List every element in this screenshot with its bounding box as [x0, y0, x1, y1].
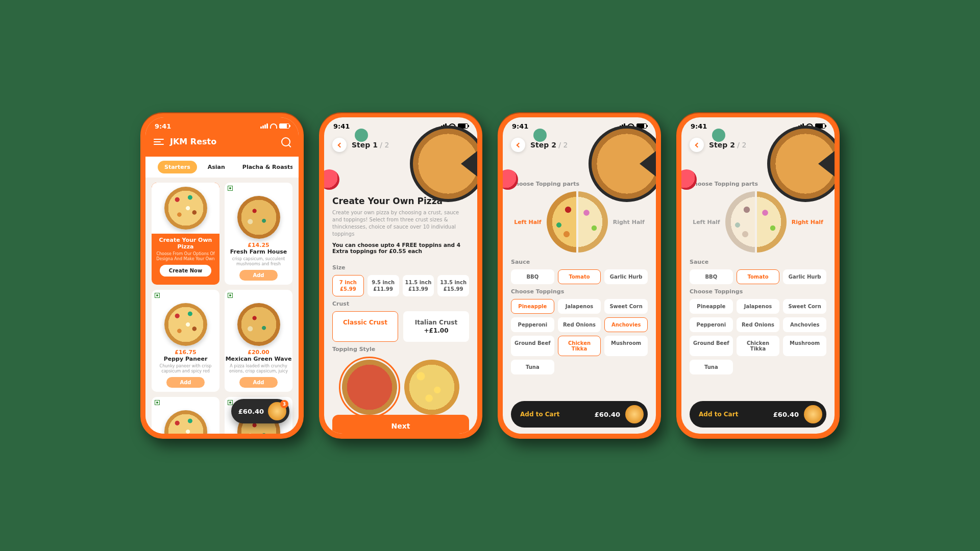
- chevron-left-icon: [695, 142, 700, 147]
- topping-option[interactable]: Tuna: [511, 360, 554, 374]
- add-button[interactable]: Add: [166, 377, 204, 388]
- pizza-icon: [804, 405, 822, 423]
- add-button[interactable]: Add: [239, 270, 277, 281]
- topping-option[interactable]: Pineapple: [690, 299, 733, 314]
- crust-option[interactable]: Classic Crust: [332, 311, 398, 342]
- pizza-icon: [625, 405, 644, 423]
- sauce-option[interactable]: BBQ: [511, 269, 554, 284]
- step-indicator: Step 2 / 2: [709, 141, 746, 149]
- phone-step1: 9:41 Step 1 / 2 Create Your Own Pizza Cr…: [319, 112, 482, 439]
- status-bar: 9:41: [145, 117, 299, 135]
- decor: [533, 129, 547, 142]
- topping-option[interactable]: Sweet Corn: [783, 299, 826, 314]
- menu-item[interactable]: £14.25 Fresh Farm House crisp capsicum, …: [225, 183, 292, 285]
- topping-option[interactable]: Jalapenos: [737, 299, 780, 314]
- phone-menu: 9:41 JKM Resto Starters Asian Placha & R…: [140, 112, 304, 439]
- pizza-icon: 3: [268, 402, 286, 420]
- topping-option[interactable]: Pepperoni: [511, 317, 554, 332]
- create-now-button[interactable]: Create Now: [160, 265, 211, 277]
- right-half-button[interactable]: Right Half: [613, 219, 645, 226]
- right-half-button[interactable]: Right Half: [792, 219, 823, 226]
- topping-option[interactable]: Mushroom: [604, 336, 648, 356]
- sauce-option[interactable]: Tomato: [737, 269, 780, 284]
- sauce-option[interactable]: BBQ: [690, 269, 733, 284]
- tab-grills[interactable]: Placha & Roasts & Grills: [236, 161, 292, 173]
- pizza-half-selector[interactable]: [725, 191, 787, 253]
- menu-item[interactable]: £16.75 Peppy Paneer Chunky paneer with c…: [152, 397, 219, 434]
- back-button[interactable]: [690, 138, 704, 152]
- size-label: Size: [332, 264, 469, 271]
- search-icon[interactable]: [281, 137, 290, 146]
- menu-item[interactable]: £16.75 Peppy Paneer Chunky paneer with c…: [152, 290, 219, 392]
- toppings-label: Choose Toppings: [511, 288, 648, 295]
- size-option[interactable]: 7 inch£5.99: [332, 275, 364, 296]
- size-option[interactable]: 11.5 inch£13.99: [403, 275, 434, 296]
- hero-desc: Choose From Our Options Of Designa And M…: [152, 252, 219, 262]
- sauce-option[interactable]: Garlic Hurb: [604, 269, 648, 284]
- hero-pizza-image: [410, 126, 477, 202]
- decor: [324, 169, 339, 190]
- phone-step2-right: 9:41 Step 2 / 2 Choose Topping parts Lef…: [676, 112, 840, 439]
- cart-total: £60.40: [773, 411, 799, 418]
- toppings-label: Choose Toppings: [690, 288, 826, 295]
- veg-icon: [228, 400, 233, 405]
- cart-label: Add to Cart: [699, 411, 768, 418]
- wifi-icon: [270, 123, 277, 129]
- phone-step2-left: 9:41 Step 2 / 2 Choose Topping parts Lef…: [498, 112, 661, 439]
- chevron-left-icon: [516, 142, 521, 147]
- crust-option[interactable]: Italian Crust+£1.00: [403, 311, 469, 342]
- topping-option[interactable]: Ground Beef: [511, 336, 554, 356]
- topping-style-label: Topping Style: [332, 346, 469, 353]
- pricing-note: You can choose upto 4 FREE toppins and 4…: [332, 242, 469, 254]
- menu-item[interactable]: £20.00 Mexican Green Wave A pizza loaded…: [225, 290, 292, 392]
- add-button[interactable]: Add: [239, 377, 277, 388]
- topping-option[interactable]: Anchovies: [604, 317, 648, 332]
- back-button[interactable]: [332, 138, 347, 152]
- battery-icon: [279, 123, 289, 129]
- tab-starters[interactable]: Starters: [158, 161, 197, 173]
- pizza-half-selector[interactable]: [547, 191, 608, 253]
- app-title: JKM Resto: [170, 137, 275, 146]
- back-button[interactable]: [511, 138, 525, 152]
- topping-option[interactable]: Sweet Corn: [604, 299, 648, 314]
- sauce-option[interactable]: Tomato: [558, 269, 601, 284]
- step-indicator: Step 1 / 2: [352, 141, 389, 149]
- page-subtitle: Create your own pizza by choosing a crus…: [332, 209, 469, 238]
- cart-total: £60.40: [238, 408, 264, 415]
- topping-option[interactable]: Chicken Tikka: [737, 336, 780, 356]
- topping-option[interactable]: Red Onions: [737, 317, 780, 332]
- create-pizza-card[interactable]: Create Your Own Pizza Choose From Our Op…: [152, 183, 219, 285]
- category-tabs: Starters Asian Placha & Roasts & Grills …: [152, 161, 292, 173]
- crust-label: Crust: [332, 300, 469, 307]
- left-half-button[interactable]: Left Half: [693, 219, 720, 226]
- next-button[interactable]: Next: [332, 415, 469, 434]
- size-option[interactable]: 13.5 inch£15.99: [437, 275, 469, 296]
- veg-icon: [228, 293, 233, 298]
- topping-option[interactable]: Chicken Tikka: [558, 336, 601, 356]
- topping-option[interactable]: Tuna: [690, 360, 733, 374]
- topping-style-option[interactable]: [342, 360, 397, 415]
- cart-badge: 3: [280, 400, 288, 408]
- add-to-cart-bar[interactable]: Add to Cart £60.40: [690, 401, 826, 428]
- sauce-label: Sauce: [511, 259, 648, 265]
- topping-option[interactable]: Mushroom: [783, 336, 826, 356]
- topping-style-option[interactable]: [404, 360, 459, 415]
- menu-icon[interactable]: [154, 139, 164, 145]
- topping-option[interactable]: Red Onions: [558, 317, 601, 332]
- topping-option[interactable]: Pepperoni: [690, 317, 733, 332]
- left-half-button[interactable]: Left Half: [514, 219, 542, 226]
- hero-title: Create Your Own Pizza: [152, 237, 219, 250]
- chevron-left-icon: [337, 142, 342, 147]
- cart-fab[interactable]: £60.40 3: [231, 399, 289, 423]
- topping-option[interactable]: Ground Beef: [690, 336, 733, 356]
- decor: [355, 129, 368, 142]
- tab-asian[interactable]: Asian: [201, 161, 232, 173]
- signal-icon: [260, 123, 268, 129]
- topping-option[interactable]: Jalapenos: [558, 299, 601, 314]
- add-to-cart-bar[interactable]: Add to Cart £60.40: [511, 401, 648, 428]
- topping-option[interactable]: Pineapple: [511, 299, 554, 314]
- cart-total: £60.40: [595, 411, 620, 418]
- size-option[interactable]: 9.5 inch£11.99: [368, 275, 399, 296]
- sauce-option[interactable]: Garlic Hurb: [783, 269, 826, 284]
- topping-option[interactable]: Anchovies: [783, 317, 826, 332]
